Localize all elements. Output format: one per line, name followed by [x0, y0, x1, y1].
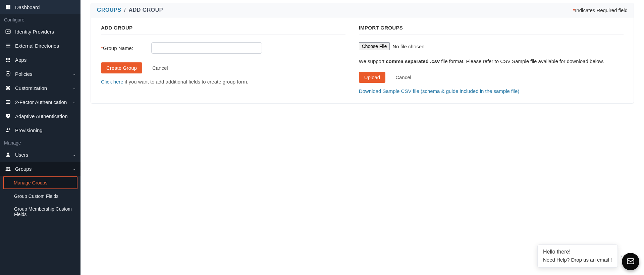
sidebar-sub-label: Manage Groups — [14, 180, 47, 185]
sidebar-item-label: Provisioning — [15, 127, 43, 133]
svg-rect-9 — [6, 45, 10, 46]
sidebar-section-manage: Manage — [0, 137, 80, 148]
svg-rect-0 — [6, 5, 8, 7]
sidebar-item-label: 2-Factor Authentication — [15, 99, 67, 105]
svg-rect-15 — [8, 59, 9, 60]
sidebar-item-external-directories[interactable]: External Directories — [0, 39, 80, 53]
create-group-button[interactable]: Create Group — [101, 62, 142, 73]
svg-rect-8 — [6, 44, 10, 45]
svg-point-20 — [7, 73, 8, 74]
sidebar: Dashboard Configure Identity Providers E… — [0, 0, 80, 275]
support-text: We support comma separated .csv file for… — [359, 58, 624, 65]
sidebar-item-two-factor[interactable]: 123 2-Factor Authentication ⌄ — [0, 95, 80, 109]
svg-rect-14 — [6, 59, 7, 60]
svg-point-23 — [7, 128, 8, 130]
svg-rect-1 — [8, 5, 10, 7]
chat-popup: Hello there! Need Help? Drop us an email… — [537, 244, 618, 268]
shield-check-icon — [5, 113, 11, 119]
sidebar-item-provisioning[interactable]: Provisioning — [0, 123, 80, 137]
file-row: Choose File No file chosen — [359, 42, 624, 50]
cancel-button[interactable]: Cancel — [147, 62, 173, 73]
sidebar-sub-label: Group Custom Fields — [14, 194, 58, 199]
upload-button[interactable]: Upload — [359, 72, 386, 83]
sidebar-item-policies[interactable]: Policies ⌄ — [0, 67, 80, 81]
breadcrumb: GROUPS / ADD GROUP — [97, 7, 163, 13]
list-icon — [5, 42, 11, 49]
sidebar-item-apps[interactable]: Apps — [0, 53, 80, 67]
users-gear-icon — [5, 127, 11, 133]
svg-rect-3 — [8, 7, 10, 9]
sidebar-item-label: Groups — [15, 166, 32, 172]
add-group-panel: ADD GROUP *Group Name: Create Group Canc… — [101, 25, 345, 94]
users-group-icon — [5, 165, 11, 172]
card-header: GROUPS / ADD GROUP *Indicates Required f… — [91, 3, 634, 17]
svg-rect-7 — [8, 32, 10, 32]
sidebar-item-adaptive-auth[interactable]: Adaptive Authentication — [0, 109, 80, 123]
sidebar-section-configure: Configure — [0, 14, 80, 24]
keypad-icon: 123 — [5, 99, 11, 105]
import-groups-panel: IMPORT GROUPS Choose File No file chosen… — [359, 25, 624, 94]
choose-file-button[interactable]: Choose File — [359, 42, 390, 50]
sidebar-item-dashboard[interactable]: Dashboard — [0, 0, 80, 14]
sidebar-sub-group-membership-custom-fields[interactable]: Group Membership Custom Fields — [0, 203, 80, 221]
sidebar-item-identity-providers[interactable]: Identity Providers — [0, 24, 80, 39]
click-here-link[interactable]: Click here — [101, 79, 123, 85]
sidebar-sub-label: Group Membership Custom Fields — [14, 206, 72, 217]
user-icon — [5, 151, 11, 158]
sidebar-item-customization[interactable]: Customization ⌄ — [0, 81, 80, 95]
dashboard-icon — [5, 4, 11, 10]
breadcrumb-separator: / — [124, 7, 126, 13]
id-card-icon — [5, 28, 11, 35]
sidebar-item-label: Apps — [15, 57, 26, 63]
upload-cancel-button[interactable]: Cancel — [390, 72, 417, 83]
shield-search-icon — [5, 70, 11, 77]
chat-greeting: Hello there! — [543, 249, 612, 255]
svg-rect-19 — [9, 61, 10, 62]
sidebar-sub-manage-groups[interactable]: Manage Groups — [3, 176, 77, 189]
svg-rect-6 — [8, 31, 10, 31]
sidebar-item-label: External Directories — [15, 43, 59, 49]
sidebar-item-label: Identity Providers — [15, 29, 54, 35]
sidebar-item-users[interactable]: Users ⌄ — [0, 148, 80, 162]
breadcrumb-groups-link[interactable]: GROUPS — [97, 7, 121, 13]
action-row: Create Group Cancel — [101, 62, 345, 73]
add-group-title: ADD GROUP — [101, 25, 345, 31]
chat-help-text: Need Help? Drop us an email ! — [543, 257, 612, 263]
svg-point-27 — [8, 167, 10, 169]
sidebar-item-label: Policies — [15, 71, 33, 77]
svg-rect-13 — [9, 58, 10, 59]
sidebar-item-label: Adaptive Authentication — [15, 113, 68, 119]
chat-close-icon[interactable]: › — [621, 253, 622, 259]
svg-point-25 — [7, 153, 9, 155]
chat-fab-button[interactable] — [622, 253, 639, 270]
upload-action-row: Upload Cancel — [359, 72, 624, 83]
divider — [101, 35, 345, 35]
sidebar-item-label: Customization — [15, 85, 47, 91]
svg-point-24 — [9, 129, 10, 130]
svg-rect-11 — [6, 58, 7, 59]
breadcrumb-current: ADD GROUP — [129, 7, 163, 13]
sidebar-item-label: Dashboard — [15, 4, 40, 10]
sidebar-sub-group-custom-fields[interactable]: Group Custom Fields — [0, 190, 80, 203]
sidebar-item-label: Users — [15, 152, 28, 158]
group-name-label: *Group Name: — [101, 45, 151, 51]
mail-icon — [626, 257, 635, 267]
group-name-row: *Group Name: — [101, 42, 345, 54]
chevron-down-icon: ⌄ — [73, 72, 76, 76]
download-sample-link[interactable]: Download Sample CSV file (schema & guide… — [359, 88, 520, 94]
required-field-note: *Indicates Required field — [573, 7, 628, 13]
chevron-down-icon: ⌄ — [73, 100, 76, 104]
svg-rect-2 — [6, 7, 8, 9]
puzzle-icon — [5, 85, 11, 91]
svg-rect-17 — [6, 61, 7, 62]
svg-rect-12 — [8, 58, 9, 59]
svg-point-26 — [6, 167, 8, 169]
file-status: No file chosen — [392, 44, 424, 49]
sidebar-item-groups[interactable]: Groups ⌄ — [0, 162, 80, 176]
chevron-down-icon: ⌄ — [73, 86, 76, 90]
import-groups-title: IMPORT GROUPS — [359, 25, 624, 31]
chevron-down-icon: ⌄ — [73, 153, 76, 157]
svg-point-5 — [7, 31, 8, 32]
chevron-down-icon: ⌄ — [73, 167, 76, 171]
group-name-input[interactable] — [151, 42, 262, 54]
